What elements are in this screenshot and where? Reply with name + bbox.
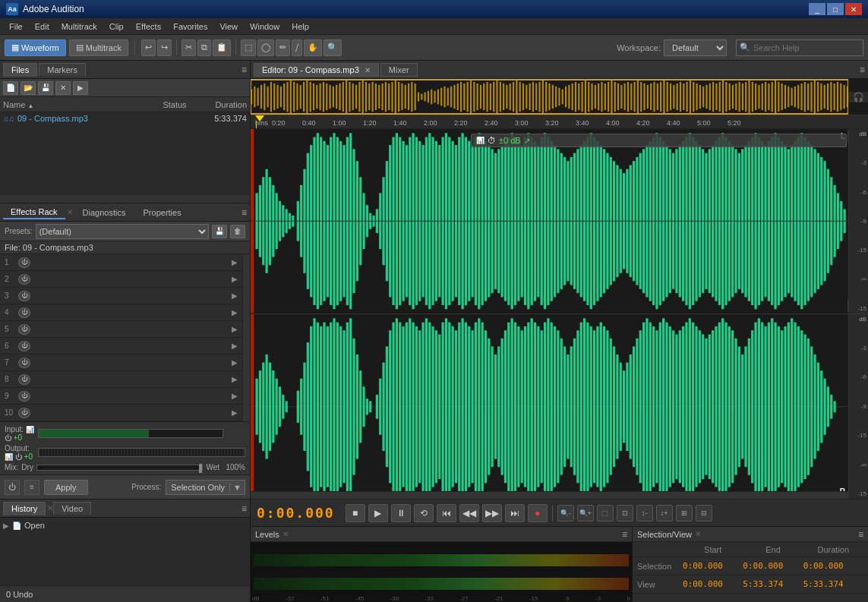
- effect-expand-3[interactable]: ▶: [232, 292, 238, 300]
- zoom-full-button[interactable]: ⊟: [696, 505, 712, 522]
- tab-properties[interactable]: Properties: [136, 206, 189, 219]
- fast-forward-button[interactable]: ▶▶: [482, 504, 502, 522]
- selection-view-menu-button[interactable]: ≡: [858, 529, 863, 540]
- save-file-button[interactable]: 💾: [38, 81, 53, 95]
- selection-end-value[interactable]: 0:00.000: [743, 561, 803, 571]
- menu-favorites[interactable]: Favorites: [167, 20, 213, 33]
- tab-history[interactable]: History: [3, 502, 46, 515]
- effect-expand-6[interactable]: ▶: [232, 342, 238, 350]
- tab-video[interactable]: Video: [53, 502, 91, 515]
- redo-button[interactable]: ↪: [157, 39, 172, 56]
- effect-expand-8[interactable]: ▶: [232, 375, 238, 383]
- tab-files[interactable]: Files: [3, 63, 37, 77]
- list-item[interactable]: ▶ 📄 Open: [3, 521, 247, 530]
- menu-clip[interactable]: Clip: [103, 20, 130, 33]
- levels-menu-button[interactable]: ≡: [622, 529, 627, 540]
- effect-power-7[interactable]: ⏻: [18, 358, 30, 368]
- files-panel-menu-button[interactable]: ≡: [241, 65, 247, 75]
- effects-panel-menu-button[interactable]: ≡: [241, 207, 247, 218]
- loop-button[interactable]: ⟲: [414, 504, 434, 522]
- selection-start-value[interactable]: 0:00.000: [683, 561, 743, 571]
- waveform-scrollbar-horizontal[interactable]: [251, 491, 848, 499]
- levels-close-icon[interactable]: ✕: [282, 530, 289, 538]
- selection-duration-value[interactable]: 0:00.000: [803, 561, 863, 571]
- undo-button[interactable]: ↩: [141, 39, 156, 56]
- close-file-button[interactable]: ✕: [55, 81, 71, 95]
- menu-file[interactable]: File: [3, 20, 29, 33]
- effect-power-2[interactable]: ⏻: [18, 274, 30, 285]
- editor-tab-close-icon[interactable]: ✕: [365, 66, 371, 74]
- effect-power-10[interactable]: ⏻: [18, 408, 30, 418]
- multitrack-mode-button[interactable]: ▤ Multitrack: [69, 39, 128, 56]
- waveform-mode-button[interactable]: ▦ Waveform: [5, 39, 66, 56]
- zoom-in-time-button[interactable]: 🔍+: [577, 505, 594, 522]
- effect-power-9[interactable]: ⏻: [18, 391, 30, 402]
- effects-list-button[interactable]: ≡: [24, 480, 39, 495]
- menu-help[interactable]: Help: [286, 20, 315, 33]
- effects-scrollbar[interactable]: [242, 254, 250, 421]
- tab-markers[interactable]: Markers: [39, 63, 86, 76]
- menu-view[interactable]: View: [213, 20, 244, 33]
- waveform-display[interactable]: 📊 ⏱ ±0 dB ↗ L: [251, 129, 868, 499]
- tab-editor[interactable]: Editor: 09 - Compass.mp3 ✕: [254, 63, 379, 77]
- next-marker-button[interactable]: ⏭: [505, 504, 525, 522]
- presets-save-button[interactable]: 💾: [212, 225, 227, 238]
- level-expand-button[interactable]: ↗: [524, 137, 530, 145]
- menu-effects[interactable]: Effects: [130, 20, 167, 33]
- effect-expand-10[interactable]: ▶: [232, 408, 238, 417]
- zoom-button[interactable]: 🔍: [324, 39, 342, 56]
- effect-power-4[interactable]: ⏻: [18, 307, 30, 318]
- tab-mixer[interactable]: Mixer: [380, 63, 418, 77]
- autoplay-button[interactable]: ▶: [73, 81, 88, 95]
- marquee-button[interactable]: ⬚: [241, 39, 256, 56]
- record-button[interactable]: ●: [528, 504, 548, 522]
- effects-tab-close[interactable]: ✕: [67, 208, 73, 216]
- stop-button[interactable]: ■: [346, 504, 365, 522]
- history-panel-menu-button[interactable]: ≡: [241, 503, 247, 514]
- effects-power-all-button[interactable]: ⏻: [5, 480, 20, 495]
- tab-diagnostics[interactable]: Diagnostics: [75, 206, 134, 219]
- view-duration-value[interactable]: 5:33.374: [803, 579, 863, 589]
- effect-power-5[interactable]: ⏻: [18, 324, 30, 335]
- new-file-button[interactable]: 📄: [3, 81, 18, 95]
- pencil-button[interactable]: ✏: [276, 39, 290, 56]
- effect-expand-7[interactable]: ▶: [232, 358, 238, 367]
- tab-effects-rack[interactable]: Effects Rack: [3, 206, 65, 219]
- menu-window[interactable]: Window: [244, 20, 286, 33]
- zoom-in-amp-button[interactable]: ↕+: [656, 505, 673, 522]
- view-start-value[interactable]: 0:00.000: [683, 579, 743, 589]
- files-scrollbar-horizontal[interactable]: [0, 195, 250, 203]
- play-button[interactable]: ▶: [368, 504, 388, 522]
- effect-expand-4[interactable]: ▶: [232, 308, 238, 317]
- effect-expand-2[interactable]: ▶: [232, 275, 238, 283]
- zoom-fit-button[interactable]: ⬚: [597, 505, 614, 522]
- prev-marker-button[interactable]: ⏮: [437, 504, 456, 522]
- effect-power-1[interactable]: ⏻: [18, 257, 30, 268]
- presets-delete-button[interactable]: 🗑: [230, 225, 245, 238]
- overview-headphones-button[interactable]: 🎧: [853, 92, 864, 102]
- cut-button[interactable]: ✂: [181, 39, 196, 56]
- hand-button[interactable]: ✋: [304, 39, 322, 56]
- paste-button[interactable]: 📋: [213, 39, 231, 56]
- effect-power-6[interactable]: ⏻: [18, 341, 30, 351]
- mix-slider[interactable]: [36, 465, 203, 471]
- presets-select[interactable]: (Default): [36, 224, 209, 239]
- razor-button[interactable]: ⧸: [292, 39, 302, 56]
- overview-waveform[interactable]: [251, 79, 848, 115]
- close-button[interactable]: ✕: [845, 3, 862, 15]
- search-input[interactable]: [753, 43, 860, 52]
- lasso-button[interactable]: ◯: [257, 39, 274, 56]
- list-item[interactable]: ♫♫ 09 - Compass.mp3 5:33.374: [0, 112, 250, 124]
- zoom-out-time-button[interactable]: 🔍-: [557, 505, 574, 522]
- menu-multitrack[interactable]: Multitrack: [55, 20, 103, 33]
- zoom-sel-button[interactable]: ⊡: [617, 505, 633, 522]
- copy-button[interactable]: ⧉: [197, 39, 211, 56]
- effect-expand-5[interactable]: ▶: [232, 325, 238, 333]
- view-end-value[interactable]: 5:33.374: [743, 579, 803, 589]
- menu-edit[interactable]: Edit: [29, 20, 55, 33]
- effect-expand-9[interactable]: ▶: [232, 392, 238, 400]
- zoom-fit-amp-button[interactable]: ⊞: [676, 505, 693, 522]
- workspace-select[interactable]: Default: [664, 39, 727, 56]
- open-file-button[interactable]: 📂: [21, 81, 36, 95]
- pause-button[interactable]: ⏸: [391, 504, 411, 522]
